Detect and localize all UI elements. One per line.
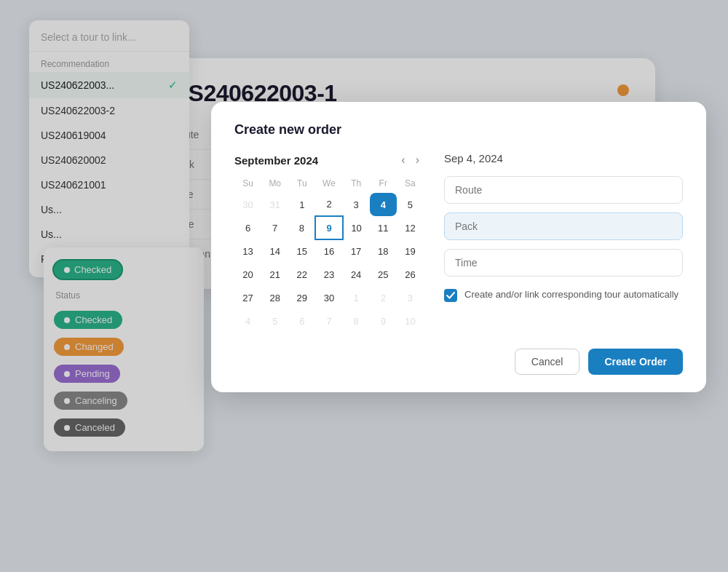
calendar-day[interactable]: 8 bbox=[288, 216, 315, 239]
calendar-day: 3 bbox=[397, 286, 424, 309]
calendar-day: 9 bbox=[370, 309, 397, 333]
weekday-we: We bbox=[315, 178, 342, 193]
calendar-day[interactable]: 3 bbox=[343, 193, 370, 216]
auto-link-label: Create and/or link corresponding tour au… bbox=[464, 288, 678, 301]
calendar-day[interactable]: 11 bbox=[370, 216, 397, 239]
calendar-day: 1 bbox=[343, 286, 370, 309]
time-input[interactable] bbox=[444, 249, 683, 277]
calendar-day: 2 bbox=[370, 286, 397, 309]
create-order-button[interactable]: Create Order bbox=[588, 349, 683, 375]
calendar-day[interactable]: 15 bbox=[288, 239, 315, 263]
modal-body: September 2024 ‹ › Su Mo Tu We Th Fr Sa bbox=[234, 152, 683, 333]
calendar-day: 5 bbox=[261, 309, 288, 333]
calendar-header: September 2024 ‹ › bbox=[234, 152, 424, 168]
calendar-day: 7 bbox=[315, 309, 342, 333]
calendar-day[interactable]: 27 bbox=[234, 286, 261, 309]
calendar-day[interactable]: 4 bbox=[370, 193, 397, 216]
create-order-modal: Create new order September 2024 ‹ › Su M… bbox=[211, 102, 706, 392]
calendar-day: 8 bbox=[343, 309, 370, 333]
calendar-day: 4 bbox=[234, 309, 261, 333]
route-input[interactable] bbox=[444, 176, 683, 204]
calendar-day[interactable]: 20 bbox=[234, 263, 261, 286]
calendar-day[interactable]: 25 bbox=[370, 263, 397, 286]
calendar-day: 6 bbox=[288, 309, 315, 333]
calendar-day[interactable]: 23 bbox=[315, 263, 342, 286]
calendar-day[interactable]: 30 bbox=[315, 286, 342, 309]
prev-month-button[interactable]: ‹ bbox=[397, 152, 409, 168]
calendar-day[interactable]: 22 bbox=[288, 263, 315, 286]
calendar-day[interactable]: 24 bbox=[343, 263, 370, 286]
selected-date-display: Sep 4, 2024 bbox=[444, 152, 683, 164]
calendar-day[interactable]: 12 bbox=[397, 216, 424, 239]
calendar-grid: Su Mo Tu We Th Fr Sa 3031123456789101112… bbox=[234, 178, 424, 333]
modal-footer: Cancel Create Order bbox=[234, 349, 683, 375]
calendar-day[interactable]: 9 bbox=[315, 216, 342, 239]
calendar-day[interactable]: 29 bbox=[288, 286, 315, 309]
calendar-day[interactable]: 21 bbox=[261, 263, 288, 286]
right-panel: Sep 4, 2024 Create and/or link correspon… bbox=[444, 152, 683, 333]
calendar-day: 30 bbox=[234, 193, 261, 216]
calendar-day[interactable]: 19 bbox=[397, 239, 424, 263]
calendar-day[interactable]: 5 bbox=[397, 193, 424, 216]
calendar-day: 10 bbox=[397, 309, 424, 333]
next-month-button[interactable]: › bbox=[411, 152, 424, 168]
weekday-su: Su bbox=[234, 178, 261, 193]
calendar-day[interactable]: 28 bbox=[261, 286, 288, 309]
weekday-th: Th bbox=[343, 178, 370, 193]
calendar-day[interactable]: 14 bbox=[261, 239, 288, 263]
calendar-month: September 2024 bbox=[234, 154, 318, 167]
calendar-day[interactable]: 18 bbox=[370, 239, 397, 263]
calendar-day[interactable]: 7 bbox=[261, 216, 288, 239]
calendar-day[interactable]: 10 bbox=[343, 216, 370, 239]
calendar-day[interactable]: 2 bbox=[315, 193, 342, 216]
calendar-day[interactable]: 17 bbox=[343, 239, 370, 263]
calendar-day[interactable]: 16 bbox=[315, 239, 342, 263]
cancel-button[interactable]: Cancel bbox=[515, 349, 580, 375]
calendar-day[interactable]: 6 bbox=[234, 216, 261, 239]
pack-input[interactable] bbox=[444, 212, 683, 240]
weekday-tu: Tu bbox=[288, 178, 315, 193]
calendar-day[interactable]: 1 bbox=[288, 193, 315, 216]
calendar-day[interactable]: 13 bbox=[234, 239, 261, 263]
weekday-fr: Fr bbox=[370, 178, 397, 193]
calendar-panel: September 2024 ‹ › Su Mo Tu We Th Fr Sa bbox=[234, 152, 424, 333]
modal-title: Create new order bbox=[234, 122, 683, 138]
calendar-day: 31 bbox=[261, 193, 288, 216]
auto-link-checkbox[interactable] bbox=[444, 289, 457, 302]
calendar-day[interactable]: 26 bbox=[397, 263, 424, 286]
weekday-mo: Mo bbox=[261, 178, 288, 193]
weekday-sa: Sa bbox=[397, 178, 424, 193]
auto-link-row: Create and/or link corresponding tour au… bbox=[444, 288, 683, 302]
